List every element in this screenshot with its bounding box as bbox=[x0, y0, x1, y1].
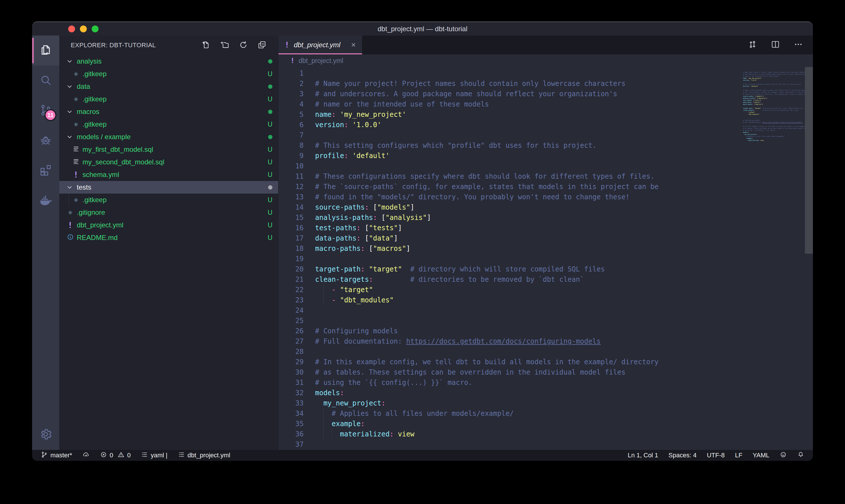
tree-item-schema-yml[interactable]: !schema.ymlU bbox=[59, 168, 278, 181]
tree-item--gitkeep[interactable]: .gitkeepU bbox=[59, 93, 278, 105]
zoom-window-button[interactable] bbox=[92, 25, 98, 32]
code-line-24[interactable]: 24 bbox=[278, 305, 743, 316]
code-line-18[interactable]: 18macro-paths: ["macros"] bbox=[278, 244, 743, 254]
minimize-window-button[interactable] bbox=[80, 25, 87, 32]
code-line-19[interactable]: 19 bbox=[278, 254, 743, 264]
minimap-line: # found in the "models/" directory. You … bbox=[743, 93, 805, 95]
chevron-down-icon bbox=[66, 183, 74, 191]
tree-item-readme-md[interactable]: README.mdU bbox=[59, 231, 278, 244]
tab-close-icon[interactable]: × bbox=[351, 40, 356, 50]
status-cursor-position[interactable]: Ln 1, Col 1 bbox=[628, 452, 658, 459]
status-encoding[interactable]: UTF-8 bbox=[707, 452, 725, 459]
status-git-branch-indicator[interactable]: master* bbox=[41, 451, 72, 460]
open-changes-icon[interactable] bbox=[748, 39, 757, 50]
tree-item--gitkeep[interactable]: .gitkeepU bbox=[59, 194, 278, 206]
code-line-37[interactable]: 37 bbox=[278, 439, 743, 450]
code-line-27[interactable]: 27# Full documentation: https://docs.get… bbox=[278, 336, 743, 346]
breadcrumb[interactable]: ! dbt_project.yml bbox=[278, 54, 813, 67]
tree-item--gitkeep[interactable]: .gitkeepU bbox=[59, 118, 278, 130]
tree-item-label: data bbox=[77, 83, 90, 90]
new-file-icon[interactable] bbox=[201, 40, 211, 51]
code-line-29[interactable]: 29# In this example config, we tell dbt … bbox=[278, 357, 743, 367]
code-line-22[interactable]: 22 - "target" bbox=[278, 285, 743, 295]
code-line-28[interactable]: 28 bbox=[278, 346, 743, 357]
line-number: 10 bbox=[278, 161, 304, 171]
code-editor[interactable]: 12# Name your project! Project names sho… bbox=[278, 67, 743, 450]
code-line-13[interactable]: 13# found in the "models/" directory. Yo… bbox=[278, 192, 743, 202]
status-file-indicator[interactable]: dbt_project.yml bbox=[178, 451, 230, 460]
status-notifications-bell[interactable] bbox=[797, 451, 804, 460]
code-line-14[interactable]: 14source-paths: ["models"] bbox=[278, 202, 743, 213]
activity-item-source-control[interactable]: 11 bbox=[32, 96, 59, 126]
code-line-5[interactable]: 5name: 'my_new_project' bbox=[278, 109, 743, 120]
tree-item--gitignore[interactable]: .gitignoreU bbox=[59, 206, 278, 219]
titlebar[interactable]: dbt_project.yml — dbt-tutorial bbox=[32, 22, 813, 36]
collapse-folders-icon[interactable] bbox=[257, 40, 267, 51]
status-eol-indicator[interactable]: LF bbox=[735, 452, 742, 459]
refresh-explorer-icon[interactable] bbox=[239, 40, 248, 51]
tree-item-models-example[interactable]: models / example bbox=[59, 130, 278, 143]
code-line-11[interactable]: 11# These configurations specify where d… bbox=[278, 171, 743, 182]
status-problems-indicator[interactable]: 00 bbox=[100, 451, 131, 460]
tree-item-data[interactable]: data bbox=[59, 80, 278, 93]
new-folder-icon[interactable] bbox=[220, 40, 230, 51]
tree-item-dbt-project-yml[interactable]: !dbt_project.ymlU bbox=[59, 219, 278, 231]
code-line-21[interactable]: 21clean-targets: # directories to be rem… bbox=[278, 274, 743, 285]
code-line-7[interactable]: 7 bbox=[278, 130, 743, 140]
status-indentation[interactable]: Spaces: 4 bbox=[668, 452, 697, 459]
close-window-button[interactable] bbox=[68, 25, 75, 32]
tree-item-my-first-dbt-model-sql[interactable]: my_first_dbt_model.sqlU bbox=[59, 143, 278, 156]
code-line-36[interactable]: 36 materialized: view bbox=[278, 429, 743, 439]
code-line-34[interactable]: 34 # Applies to all files under models/e… bbox=[278, 408, 743, 419]
line-number: 36 bbox=[278, 429, 304, 439]
code-line-25[interactable]: 25 bbox=[278, 316, 743, 326]
activity-item-settings[interactable] bbox=[32, 420, 59, 450]
code-line-33[interactable]: 33 my_new_project: bbox=[278, 398, 743, 408]
code-line-3[interactable]: 3# and underscores. A good package name … bbox=[278, 89, 743, 99]
tree-item-macros[interactable]: macros bbox=[59, 105, 278, 118]
code-line-8[interactable]: 8# This setting configures which "profil… bbox=[278, 140, 743, 151]
code-line-10[interactable]: 10 bbox=[278, 161, 743, 171]
tree-item-tests[interactable]: tests bbox=[59, 181, 278, 194]
minimap[interactable]: # Name your project! Project names shoul… bbox=[743, 67, 805, 450]
status-language-indicator[interactable]: yaml | bbox=[141, 451, 167, 460]
activity-item-docker[interactable] bbox=[32, 186, 59, 216]
code-line-1[interactable]: 1 bbox=[278, 68, 743, 78]
minimap-line bbox=[743, 118, 805, 120]
code-line-35[interactable]: 35 example: bbox=[278, 419, 743, 429]
split-editor-icon[interactable] bbox=[771, 39, 780, 50]
code-line-23[interactable]: 23 - "dbt_modules" bbox=[278, 295, 743, 305]
activity-item-search[interactable] bbox=[32, 66, 59, 96]
code-line-16[interactable]: 16test-paths: ["tests"] bbox=[278, 223, 743, 233]
code-line-6[interactable]: 6version: '1.0.0' bbox=[278, 120, 743, 130]
tab-dbt-project-yml[interactable]: ! dbt_project.yml × bbox=[278, 36, 362, 54]
code-line-31[interactable]: 31# using the `{{ config(...) }}` macro. bbox=[278, 377, 743, 388]
breadcrumb-file-item[interactable]: dbt_project.yml bbox=[299, 57, 343, 65]
tree-item--gitkeep[interactable]: .gitkeepU bbox=[59, 68, 278, 80]
code-line-17[interactable]: 17data-paths: ["data"] bbox=[278, 233, 743, 244]
status-publish-sync-button[interactable] bbox=[83, 451, 90, 460]
activity-item-run-and-debug[interactable] bbox=[32, 126, 59, 156]
code-line-2[interactable]: 2# Name your project! Project names shou… bbox=[278, 78, 743, 89]
code-line-32[interactable]: 32models: bbox=[278, 388, 743, 398]
code-line-26[interactable]: 26# Configuring models bbox=[278, 326, 743, 336]
tree-item-label: .gitkeep bbox=[83, 70, 107, 78]
tree-item-my-second-dbt-model-sql[interactable]: my_second_dbt_model.sqlU bbox=[59, 156, 278, 168]
code-line-15[interactable]: 15analysis-paths: ["analysis"] bbox=[278, 213, 743, 223]
code-line-12[interactable]: 12# The `source-paths` config, for examp… bbox=[278, 182, 743, 192]
scrollbar-thumb[interactable] bbox=[805, 67, 813, 254]
editor-scrollbar[interactable] bbox=[805, 67, 813, 450]
code-line-20[interactable]: 20target-path: "target" # directory whic… bbox=[278, 264, 743, 274]
status-feedback-smiley[interactable] bbox=[780, 451, 787, 460]
tree-item-analysis[interactable]: analysis bbox=[59, 55, 278, 68]
code-line-4[interactable]: 4# name or the intended use of these mod… bbox=[278, 99, 743, 109]
activity-item-explorer[interactable] bbox=[32, 36, 59, 66]
tree-item-label: macros bbox=[77, 108, 100, 116]
indent-guide bbox=[323, 408, 324, 419]
status-language-mode[interactable]: YAML bbox=[753, 452, 769, 459]
line-number: 31 bbox=[278, 377, 304, 388]
code-line-30[interactable]: 30# as tables. These settings can be ove… bbox=[278, 367, 743, 377]
more-actions-icon[interactable] bbox=[793, 39, 803, 50]
code-line-9[interactable]: 9profile: 'default' bbox=[278, 151, 743, 161]
activity-item-extensions[interactable] bbox=[32, 156, 59, 186]
